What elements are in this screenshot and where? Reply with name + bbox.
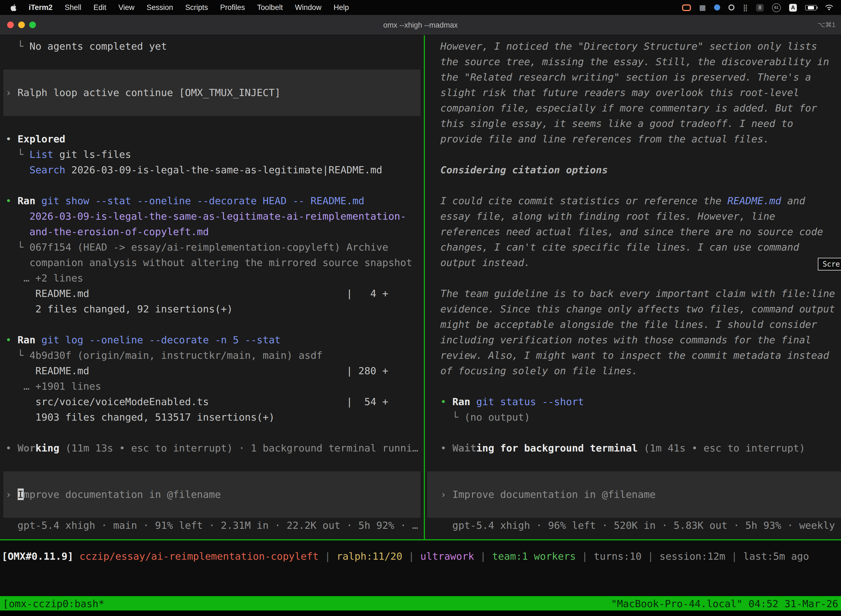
terminal-line: 1903 files changed, 513517 insertions(+) <box>6 409 424 425</box>
minimize-window-button[interactable] <box>18 22 25 28</box>
text-segment: | <box>319 550 337 562</box>
text-segment: Ran <box>18 334 35 346</box>
battery-gauge-icon[interactable]: 61 <box>772 3 781 12</box>
text-segment: No agents completed yet <box>29 40 167 52</box>
text-segment: I <box>18 488 23 500</box>
reasoning-heading: Considering citation options <box>440 162 841 178</box>
terminal-line: I could cite commit statistics or refere… <box>440 193 841 209</box>
wifi-icon[interactable] <box>825 4 833 10</box>
menu-item-iterm2[interactable]: iTerm2 <box>23 3 59 12</box>
terminal-line: output instead. <box>440 255 841 270</box>
text-segment: git show --stat --oneline --decorate HEA… <box>41 195 364 207</box>
text-segment <box>6 210 29 222</box>
terminal-line: README.md | 280 + <box>6 363 424 378</box>
pane-divider-vertical[interactable] <box>424 35 425 540</box>
text-segment: (no output) <box>464 411 530 423</box>
text-segment: git status --short <box>476 396 584 407</box>
blank-line <box>440 425 841 440</box>
text-segment: • <box>6 442 18 454</box>
text-segment: └ <box>6 241 29 253</box>
text-segment: the "Related research writing" section i… <box>440 71 811 83</box>
terminal-pane-left[interactable]: └ No agents completed yet› Ralph loop ac… <box>0 35 424 539</box>
terminal-line: 2 files changed, 92 insertions(+) <box>6 301 424 317</box>
prompt-input[interactable]: › Improve documentation in @filename <box>3 471 420 518</box>
blank-line <box>440 178 841 193</box>
terminal-line: … +2 lines <box>6 270 424 286</box>
apple-menu[interactable] <box>6 4 23 11</box>
menu-item-scripts[interactable]: Scripts <box>179 3 214 12</box>
text-segment: The team guideline is to back every impo… <box>440 287 835 299</box>
text-segment: Ralph loop active continue [OMX_TMUX_INJ… <box>18 87 281 98</box>
text-segment: … +1901 lines <box>6 380 101 392</box>
text-segment: › <box>6 87 18 98</box>
close-window-button[interactable] <box>7 22 14 28</box>
text-segment: Considering citation options <box>440 164 608 176</box>
blank-line <box>6 425 424 440</box>
menu-item-shell[interactable]: Shell <box>59 3 88 12</box>
menu-item-profiles[interactable]: Profiles <box>214 3 251 12</box>
terminal-line: • Ran git status --short <box>440 394 841 409</box>
terminal-line: Search 2026-03-09-is-legal-the-same-as-l… <box>6 162 424 178</box>
screen-overlay-button[interactable]: Scre <box>818 258 841 270</box>
menu-item-help[interactable]: Help <box>328 3 355 12</box>
text-segment: README.md | 4 + <box>6 287 388 299</box>
terminal-line: and-the-erosion-of-copyleft.md <box>6 224 424 239</box>
text-segment: 4b9d30f (origin/main, instructkr/main, m… <box>29 349 322 361</box>
text-segment: Search <box>29 164 65 176</box>
screen-recording-icon[interactable] <box>682 4 691 11</box>
key-cap-icon[interactable]: 8 <box>756 4 764 11</box>
prompt-input[interactable]: › Improve documentation in @filename <box>427 471 841 518</box>
text-segment <box>6 226 29 238</box>
terminal-line: └ (no output) <box>440 409 841 425</box>
box-line: › Improve documentation in @filename <box>6 487 221 502</box>
terminal-line: companion file, especially if more comme… <box>440 100 841 116</box>
traffic-lights <box>7 15 36 35</box>
terminal-line: review. Also, I might want to inspect th… <box>440 348 841 363</box>
text-segment: git ls-files <box>53 148 131 160</box>
text-segment: companion file, especially if more comme… <box>440 102 817 114</box>
terminal-line: src/voice/voiceModeEnabled.ts | 54 + <box>6 394 424 409</box>
blank-line <box>6 54 424 70</box>
battery-fill <box>808 6 814 9</box>
macos-menu-bar: iTerm2ShellEditViewSessionScriptsProfile… <box>0 0 841 15</box>
text-segment: ing for background terminal <box>476 442 638 454</box>
text-segment: review. Also, I might want to inspect th… <box>440 349 829 361</box>
tab-shortcut-indicator: ⌥⌘1 <box>818 21 835 29</box>
tmux-session-window[interactable]: [omx-cczip0:bash* <box>3 597 104 609</box>
text-segment: README.md <box>727 195 781 207</box>
blue-app-icon[interactable] <box>714 4 720 10</box>
terminal-line: essay file, along with finding root file… <box>440 209 841 224</box>
text-segment: Ran <box>452 396 470 407</box>
waiting-status-line: • Waiting for background terminal (1m 41… <box>440 440 841 456</box>
terminal-line: of focusing solely on file lines. <box>440 363 841 378</box>
zoom-window-button[interactable] <box>29 22 36 28</box>
text-segment: | <box>402 550 420 562</box>
menu-item-view[interactable]: View <box>112 3 141 12</box>
menu-item-edit[interactable]: Edit <box>88 3 113 12</box>
text-segment: output instead. <box>440 257 530 268</box>
terminal-pane-right[interactable]: However, I noticed the "Directory Struct… <box>425 35 841 539</box>
text-segment: changes, I can't cite specific file line… <box>440 241 799 253</box>
menu-item-window[interactable]: Window <box>289 3 328 12</box>
battery-icon[interactable] <box>805 5 817 10</box>
dots-grid-icon[interactable]: ⣿ <box>743 4 748 11</box>
text-segment: companion analysis without altering the … <box>6 257 412 268</box>
window-grid-icon[interactable]: ▦ <box>699 3 706 12</box>
ring-app-icon[interactable] <box>728 4 734 10</box>
text-segment: gpt-5.4 xhigh · 96% left · 520K in · 5.8… <box>440 519 841 531</box>
text-segment: and-the-erosion-of-copyleft.md <box>29 226 209 238</box>
text-segment: of focusing solely on file lines. <box>440 365 638 377</box>
input-source-icon[interactable]: A <box>789 4 797 11</box>
text-segment <box>470 396 476 407</box>
text-segment: this single essay, it seems like a good … <box>440 117 793 129</box>
text-segment: (1m 41s • esc to interrupt) <box>638 442 805 454</box>
window-title-bar[interactable]: omx --xhigh --madmax ⌥⌘1 <box>0 15 841 35</box>
menu-item-toolbelt[interactable]: Toolbelt <box>251 3 289 12</box>
text-segment: king <box>35 442 59 454</box>
menu-item-session[interactable]: Session <box>141 3 179 12</box>
terminal-line: └ 4b9d30f (origin/main, instructkr/main,… <box>6 348 424 363</box>
working-status-line: • Working (11m 13s • esc to interrupt) ·… <box>6 440 424 456</box>
blank-line <box>440 378 841 394</box>
text-segment: team:1 workers <box>492 550 576 562</box>
box-line: › Improve documentation in @filename <box>440 487 656 502</box>
